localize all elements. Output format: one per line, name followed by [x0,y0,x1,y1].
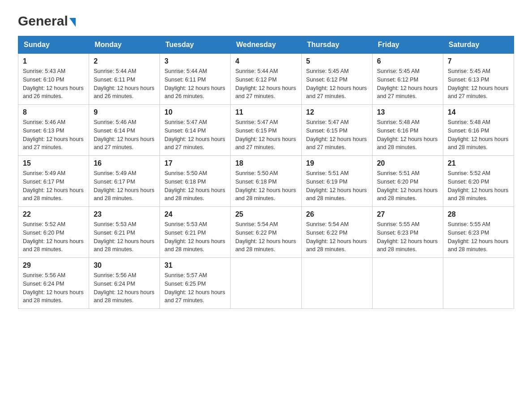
calendar-table: SundayMondayTuesdayWednesdayThursdayFrid… [18,36,514,309]
calendar-cell: 27 Sunrise: 5:55 AMSunset: 6:23 PMDaylig… [372,207,443,258]
column-header-monday: Monday [89,36,160,54]
day-number: 19 [306,159,368,167]
day-number: 17 [164,159,226,167]
day-info: Sunrise: 5:53 AMSunset: 6:21 PMDaylight:… [94,220,155,254]
calendar-cell: 3 Sunrise: 5:44 AMSunset: 6:11 PMDayligh… [160,54,231,105]
day-number: 9 [94,108,155,116]
day-number: 16 [94,159,155,167]
day-info: Sunrise: 5:54 AMSunset: 6:22 PMDaylight:… [306,220,368,254]
calendar-cell: 25 Sunrise: 5:54 AMSunset: 6:22 PMDaylig… [231,207,301,258]
day-number: 27 [377,210,438,218]
calendar-cell: 24 Sunrise: 5:53 AMSunset: 6:21 PMDaylig… [160,207,231,258]
calendar-week-2: 8 Sunrise: 5:46 AMSunset: 6:13 PMDayligh… [18,105,514,156]
day-info: Sunrise: 5:48 AMSunset: 6:16 PMDaylight:… [377,118,438,152]
day-info: Sunrise: 5:47 AMSunset: 6:15 PMDaylight:… [306,118,368,152]
calendar-cell: 10 Sunrise: 5:47 AMSunset: 6:14 PMDaylig… [160,105,231,156]
day-info: Sunrise: 5:43 AMSunset: 6:10 PMDaylight:… [23,67,84,101]
calendar-cell: 5 Sunrise: 5:45 AMSunset: 6:12 PMDayligh… [301,54,372,105]
day-number: 20 [377,159,438,167]
calendar-cell: 2 Sunrise: 5:44 AMSunset: 6:11 PMDayligh… [89,54,160,105]
calendar-cell: 21 Sunrise: 5:52 AMSunset: 6:20 PMDaylig… [443,156,514,207]
calendar-cell: 12 Sunrise: 5:47 AMSunset: 6:15 PMDaylig… [301,105,372,156]
calendar-cell [231,258,301,309]
day-number: 3 [164,57,226,65]
calendar-cell [443,258,514,309]
day-info: Sunrise: 5:50 AMSunset: 6:18 PMDaylight:… [235,169,296,203]
calendar-cell: 29 Sunrise: 5:56 AMSunset: 6:24 PMDaylig… [18,258,89,309]
day-number: 23 [94,210,155,218]
day-info: Sunrise: 5:52 AMSunset: 6:20 PMDaylight:… [23,220,84,254]
day-info: Sunrise: 5:49 AMSunset: 6:17 PMDaylight:… [23,169,84,203]
day-number: 4 [235,57,296,65]
day-info: Sunrise: 5:52 AMSunset: 6:20 PMDaylight:… [448,169,509,203]
day-info: Sunrise: 5:44 AMSunset: 6:11 PMDaylight:… [94,67,155,101]
day-info: Sunrise: 5:48 AMSunset: 6:16 PMDaylight:… [448,118,509,152]
calendar-cell: 31 Sunrise: 5:57 AMSunset: 6:25 PMDaylig… [160,258,231,309]
calendar-cell: 14 Sunrise: 5:48 AMSunset: 6:16 PMDaylig… [443,105,514,156]
calendar-cell: 16 Sunrise: 5:49 AMSunset: 6:17 PMDaylig… [89,156,160,207]
calendar-cell: 19 Sunrise: 5:51 AMSunset: 6:19 PMDaylig… [301,156,372,207]
calendar-cell: 9 Sunrise: 5:46 AMSunset: 6:14 PMDayligh… [89,105,160,156]
calendar-week-3: 15 Sunrise: 5:49 AMSunset: 6:17 PMDaylig… [18,156,514,207]
day-number: 5 [306,57,368,65]
day-number: 25 [235,210,296,218]
calendar-week-4: 22 Sunrise: 5:52 AMSunset: 6:20 PMDaylig… [18,207,514,258]
day-info: Sunrise: 5:50 AMSunset: 6:18 PMDaylight:… [164,169,226,203]
day-number: 15 [23,159,84,167]
calendar-cell: 22 Sunrise: 5:52 AMSunset: 6:20 PMDaylig… [18,207,89,258]
day-number: 12 [306,108,368,116]
day-info: Sunrise: 5:45 AMSunset: 6:12 PMDaylight:… [377,67,438,101]
day-number: 31 [164,261,226,270]
column-header-wednesday: Wednesday [231,36,301,54]
logo-general: General [18,13,68,29]
day-info: Sunrise: 5:49 AMSunset: 6:17 PMDaylight:… [94,169,155,203]
day-info: Sunrise: 5:47 AMSunset: 6:15 PMDaylight:… [235,118,296,152]
page-header: General [18,13,514,27]
day-info: Sunrise: 5:51 AMSunset: 6:19 PMDaylight:… [306,169,368,203]
day-number: 30 [94,261,155,270]
calendar-cell: 4 Sunrise: 5:44 AMSunset: 6:12 PMDayligh… [231,54,301,105]
day-number: 21 [448,159,509,167]
calendar-cell: 8 Sunrise: 5:46 AMSunset: 6:13 PMDayligh… [18,105,89,156]
column-header-thursday: Thursday [301,36,372,54]
column-header-sunday: Sunday [18,36,89,54]
day-number: 28 [448,210,509,218]
calendar-cell: 7 Sunrise: 5:45 AMSunset: 6:13 PMDayligh… [443,54,514,105]
day-number: 22 [23,210,84,218]
day-number: 11 [235,108,296,116]
day-info: Sunrise: 5:53 AMSunset: 6:21 PMDaylight:… [164,220,226,254]
day-info: Sunrise: 5:44 AMSunset: 6:12 PMDaylight:… [235,67,296,101]
calendar-header-row: SundayMondayTuesdayWednesdayThursdayFrid… [18,36,514,54]
day-number: 2 [94,57,155,65]
calendar-week-1: 1 Sunrise: 5:43 AMSunset: 6:10 PMDayligh… [18,54,514,105]
calendar-cell: 6 Sunrise: 5:45 AMSunset: 6:12 PMDayligh… [372,54,443,105]
calendar-cell: 11 Sunrise: 5:47 AMSunset: 6:15 PMDaylig… [231,105,301,156]
day-info: Sunrise: 5:55 AMSunset: 6:23 PMDaylight:… [448,220,509,254]
calendar-cell [372,258,443,309]
day-info: Sunrise: 5:47 AMSunset: 6:14 PMDaylight:… [164,118,226,152]
column-header-tuesday: Tuesday [160,36,231,54]
logo: General [18,13,76,27]
calendar-cell: 17 Sunrise: 5:50 AMSunset: 6:18 PMDaylig… [160,156,231,207]
day-number: 1 [23,57,84,65]
day-number: 29 [23,261,84,270]
day-number: 10 [164,108,226,116]
calendar-week-5: 29 Sunrise: 5:56 AMSunset: 6:24 PMDaylig… [18,258,514,309]
day-info: Sunrise: 5:45 AMSunset: 6:12 PMDaylight:… [306,67,368,101]
day-number: 6 [377,57,438,65]
column-header-friday: Friday [372,36,443,54]
day-number: 13 [377,108,438,116]
calendar-cell: 28 Sunrise: 5:55 AMSunset: 6:23 PMDaylig… [443,207,514,258]
day-info: Sunrise: 5:56 AMSunset: 6:24 PMDaylight:… [23,271,84,305]
calendar-cell: 20 Sunrise: 5:51 AMSunset: 6:20 PMDaylig… [372,156,443,207]
day-info: Sunrise: 5:54 AMSunset: 6:22 PMDaylight:… [235,220,296,254]
logo-arrow-icon [69,18,76,27]
day-info: Sunrise: 5:56 AMSunset: 6:24 PMDaylight:… [94,271,155,305]
calendar-cell [301,258,372,309]
calendar-cell: 30 Sunrise: 5:56 AMSunset: 6:24 PMDaylig… [89,258,160,309]
day-number: 7 [448,57,509,65]
day-info: Sunrise: 5:55 AMSunset: 6:23 PMDaylight:… [377,220,438,254]
day-number: 26 [306,210,368,218]
calendar-cell: 13 Sunrise: 5:48 AMSunset: 6:16 PMDaylig… [372,105,443,156]
calendar-cell: 23 Sunrise: 5:53 AMSunset: 6:21 PMDaylig… [89,207,160,258]
